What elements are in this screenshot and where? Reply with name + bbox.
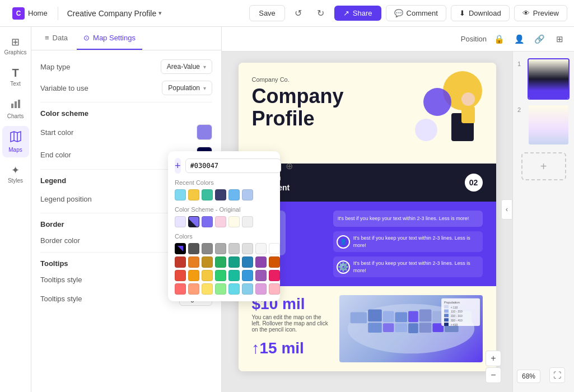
color-teal2[interactable] <box>228 270 240 281</box>
color-red1[interactable] <box>175 256 186 268</box>
color-black[interactable] <box>175 243 186 254</box>
color-orange1[interactable] <box>188 256 199 268</box>
share-button[interactable]: ↗ Share <box>334 6 381 21</box>
color-salmon[interactable] <box>175 283 186 295</box>
zoom-out-button[interactable]: − <box>486 367 501 383</box>
thumb-image-2[interactable] <box>528 104 570 146</box>
recent-color-6[interactable] <box>242 189 253 200</box>
download-button[interactable]: ⬇ Download <box>451 5 510 21</box>
color-green2[interactable] <box>215 270 226 281</box>
color-blue1[interactable] <box>242 256 253 268</box>
color-lightgreen[interactable] <box>215 283 226 295</box>
svg-rect-21 <box>408 311 418 323</box>
fullscreen-button[interactable]: ⛶ <box>549 367 565 383</box>
scheme-color-6[interactable] <box>242 216 253 227</box>
color-peach[interactable] <box>188 283 199 295</box>
recent-color-5[interactable] <box>228 189 240 200</box>
svg-rect-11 <box>461 106 475 123</box>
color-plum[interactable] <box>255 283 267 295</box>
sidebar-item-maps[interactable]: Maps <box>2 126 29 157</box>
redo-button[interactable]: ↻ <box>312 4 330 22</box>
undo-button[interactable]: ↺ <box>290 4 307 22</box>
recent-color-2[interactable] <box>188 189 199 200</box>
color-gray2[interactable] <box>202 243 213 254</box>
topbar: C Home Creative Company Profile ▾ Save ↺… <box>0 0 574 27</box>
save-button[interactable]: Save <box>249 5 285 21</box>
tab-map-settings[interactable]: ⊙ Map Settings <box>77 27 142 50</box>
zoom-level[interactable]: 68% <box>517 370 540 383</box>
sidebar-item-styles[interactable]: ✦ Styles <box>2 160 29 188</box>
tab-data[interactable]: ≡ Data <box>38 27 74 50</box>
color-white[interactable] <box>269 243 280 254</box>
add-page-button[interactable]: + <box>521 152 566 180</box>
home-label: Home <box>28 9 48 17</box>
svg-point-10 <box>461 92 475 106</box>
zoom-in-button[interactable]: + <box>486 351 501 366</box>
color-green1[interactable] <box>215 256 226 268</box>
color-skyblue[interactable] <box>242 283 253 295</box>
color-purple1[interactable] <box>255 256 267 268</box>
start-color-swatch[interactable] <box>197 124 212 140</box>
variable-select[interactable]: Population ▾ <box>162 81 212 95</box>
color-yellow2[interactable] <box>202 270 213 281</box>
svg-rect-41 <box>444 319 449 322</box>
recent-color-4[interactable] <box>215 189 226 200</box>
grid-icon[interactable]: ⊞ <box>552 31 567 47</box>
svg-rect-26 <box>368 323 382 333</box>
color-gray6[interactable] <box>255 243 267 254</box>
color-pink2[interactable] <box>269 283 280 295</box>
color-lightyellow[interactable] <box>202 283 213 295</box>
color-darkorange[interactable] <box>269 256 280 268</box>
home-button[interactable]: C Home <box>7 5 53 22</box>
scheme-color-2[interactable] <box>188 216 199 227</box>
thumb-image-1[interactable] <box>528 58 570 100</box>
recent-color-3[interactable] <box>202 189 213 200</box>
color-gray5[interactable] <box>242 243 253 254</box>
color-hex-input[interactable] <box>185 158 281 173</box>
svg-rect-43 <box>444 323 449 326</box>
svg-text:110 - 210: 110 - 210 <box>450 311 462 314</box>
lock-icon[interactable]: 🔒 <box>491 31 507 47</box>
map-type-select[interactable]: Area-Value ▾ <box>161 59 212 74</box>
color-picker-add-button[interactable]: + <box>175 158 181 174</box>
scheme-color-4[interactable] <box>215 216 226 227</box>
color-red2[interactable] <box>175 270 186 281</box>
chevron-icon: ▾ <box>203 85 206 91</box>
maps-icon <box>10 130 22 146</box>
preview-button[interactable]: 👁 Preview <box>514 5 567 21</box>
color-gray3[interactable] <box>215 243 226 254</box>
color-teal1[interactable] <box>228 256 240 268</box>
charts-icon <box>10 98 21 112</box>
color-blue2[interactable] <box>242 270 253 281</box>
collapse-panel-button[interactable]: ‹ <box>501 199 512 220</box>
chevron-icon: ▾ <box>203 64 206 70</box>
eyedropper-icon[interactable]: ⊕ <box>286 158 293 174</box>
svg-text:> 410: > 410 <box>450 324 458 326</box>
person-icon[interactable]: 👤 <box>511 31 527 47</box>
color-gray4[interactable] <box>228 243 240 254</box>
sidebar-item-charts[interactable]: Charts <box>2 94 29 124</box>
recent-color-1[interactable] <box>175 189 186 200</box>
color-pink1[interactable] <box>269 270 280 281</box>
color-orange2[interactable] <box>188 270 199 281</box>
color-yellow1[interactable] <box>202 256 213 268</box>
thumb-item-1[interactable]: 1 <box>517 58 570 100</box>
us-map[interactable]: Population < 110 110 - 210 210 - 310 310… <box>339 295 483 362</box>
color-cyan[interactable] <box>228 283 240 295</box>
divider <box>40 102 212 102</box>
document-title-area[interactable]: Creative Company Profile ▾ <box>63 7 167 20</box>
comment-button[interactable]: 💬 Comment <box>386 5 446 21</box>
thumb-item-2[interactable]: 2 <box>517 104 570 146</box>
scheme-color-5[interactable] <box>228 216 240 227</box>
scheme-color-3[interactable] <box>202 216 213 227</box>
svg-rect-1 <box>15 101 17 108</box>
data-tab-icon: ≡ <box>45 34 49 42</box>
color-gray1[interactable] <box>188 243 199 254</box>
scheme-color-1[interactable] <box>175 216 186 227</box>
color-purple2[interactable] <box>255 270 267 281</box>
zoom-controls: + − <box>486 351 501 383</box>
styles-icon: ✦ <box>11 164 20 176</box>
link-icon[interactable]: 🔗 <box>531 31 547 47</box>
sidebar-item-graphics[interactable]: ⊞ Graphics <box>2 31 29 60</box>
sidebar-item-text[interactable]: T Text <box>2 62 29 91</box>
